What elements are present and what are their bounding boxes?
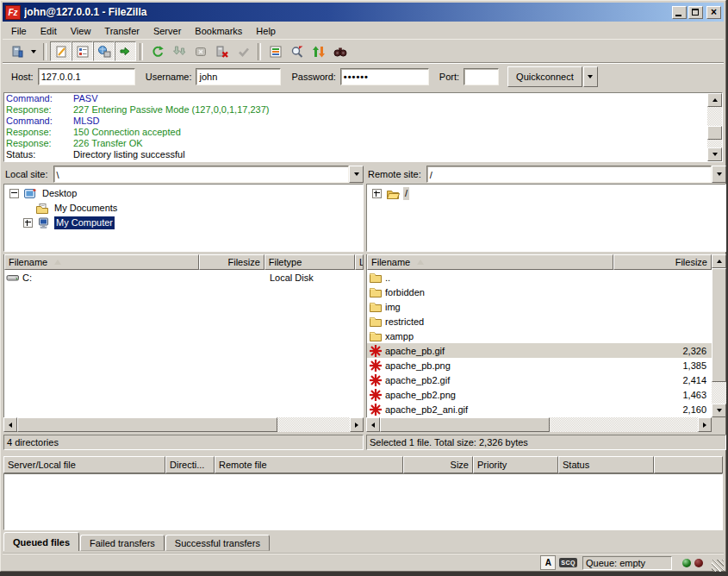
scroll-right-button[interactable] [350, 417, 364, 432]
local-site-dropdown[interactable] [349, 166, 364, 183]
folder-row[interactable]: img [367, 299, 712, 314]
file-row-selected[interactable]: apache_pb.gif2,326 [367, 343, 712, 358]
tree-item-label[interactable]: My Documents [53, 202, 119, 215]
tree-item-label[interactable]: / [403, 187, 409, 200]
titlebar[interactable]: Fz john@127.0.0.1 - FileZilla × [3, 3, 724, 22]
scroll-thumb[interactable] [17, 417, 277, 432]
folder-row[interactable]: xampp [367, 329, 712, 343]
expand-icon[interactable] [23, 218, 33, 228]
tree-item-my-documents[interactable]: My Documents [4, 201, 363, 216]
tab-queued-files[interactable]: Queued files [3, 532, 79, 551]
filter-button[interactable] [264, 41, 286, 61]
local-site-value[interactable]: \ [53, 166, 349, 183]
resize-grip[interactable] [712, 560, 724, 572]
scroll-track[interactable] [712, 268, 726, 404]
column-header-filename[interactable]: Filename [4, 254, 199, 270]
menu-edit[interactable]: Edit [34, 24, 64, 38]
column-header-lastmodified[interactable]: L [355, 254, 364, 270]
menu-file[interactable]: File [4, 24, 34, 38]
folder-row[interactable]: .. [367, 270, 712, 285]
synchronized-browsing-button[interactable] [329, 41, 351, 61]
host-input[interactable]: 127.0.0.1 [38, 68, 135, 85]
remote-vscrollbar[interactable] [712, 254, 726, 417]
tab-failed-transfers[interactable]: Failed transfers [80, 535, 165, 551]
process-queue-button[interactable] [168, 41, 190, 61]
scroll-down-button[interactable] [712, 404, 726, 417]
file-row[interactable]: apache_pb2.png1,463 [367, 387, 712, 402]
scroll-up-button[interactable] [712, 254, 726, 268]
cancel-button[interactable] [190, 41, 211, 61]
column-header-direction[interactable]: Directi... [165, 456, 215, 473]
column-header-server-local-file[interactable]: Server/Local file [3, 456, 165, 473]
scroll-thumb[interactable] [380, 417, 550, 432]
file-row[interactable]: apache_pb2.gif2,414 [367, 373, 712, 387]
speed-limit-badge-icon[interactable]: SCQ [559, 558, 577, 567]
close-button[interactable]: × [706, 6, 721, 19]
tree-item-my-computer[interactable]: My Computer [4, 216, 363, 230]
search-button[interactable] [286, 41, 308, 61]
column-header-size[interactable]: Size [403, 456, 473, 473]
folder-row[interactable]: forbidden [367, 285, 712, 299]
username-input[interactable]: john [196, 68, 281, 85]
scroll-left-button[interactable] [3, 417, 17, 432]
scroll-down-button[interactable] [707, 147, 722, 161]
maximize-button[interactable] [688, 6, 703, 19]
toggle-queue-button[interactable] [115, 41, 136, 61]
scroll-track[interactable] [17, 417, 350, 432]
tree-item-root[interactable]: / [367, 186, 725, 201]
menu-server[interactable]: Server [146, 24, 188, 38]
menu-bookmarks[interactable]: Bookmarks [188, 24, 249, 38]
local-hscrollbar[interactable] [3, 417, 364, 432]
menu-view[interactable]: View [64, 24, 98, 38]
toggle-local-tree-button[interactable] [72, 41, 93, 61]
minimize-button[interactable] [672, 6, 687, 19]
column-header-status[interactable]: Status [558, 456, 654, 473]
site-manager-dropdown[interactable] [28, 41, 40, 61]
menu-help[interactable]: Help [249, 24, 283, 38]
image-file-icon [369, 403, 383, 416]
folder-row[interactable]: restricted [367, 314, 712, 329]
quickconnect-dropdown[interactable] [583, 66, 598, 87]
local-site-combo[interactable]: \ [53, 166, 364, 183]
toggle-log-button[interactable] [50, 41, 72, 61]
queue-body[interactable] [3, 473, 723, 530]
expand-icon[interactable] [372, 189, 382, 198]
scroll-left-button[interactable] [366, 417, 380, 432]
password-input[interactable]: •••••• [340, 68, 429, 85]
tree-item-label[interactable]: Desktop [40, 187, 78, 200]
log-scrollbar[interactable] [707, 93, 722, 161]
file-row-local-disk[interactable]: C: Local Disk [4, 270, 364, 285]
scroll-right-button[interactable] [698, 417, 712, 432]
compare-button[interactable] [308, 41, 329, 61]
quickconnect-button[interactable]: Quickconnect [507, 66, 582, 87]
column-header-remote-file[interactable]: Remote file [215, 456, 403, 473]
column-header-filesize[interactable]: Filesize [199, 254, 264, 270]
remote-site-combo[interactable]: / [426, 166, 726, 183]
refresh-button[interactable] [146, 41, 168, 61]
remote-hscrollbar[interactable] [366, 417, 712, 432]
file-row[interactable]: apache_pb.png1,385 [367, 358, 712, 373]
transfer-type-icon[interactable]: A [540, 555, 556, 570]
remote-site-value[interactable]: / [426, 166, 712, 183]
column-header-filename[interactable]: Filename [367, 254, 613, 270]
scroll-thumb[interactable] [712, 268, 726, 382]
column-header-filetype[interactable]: Filetype [264, 254, 355, 270]
scroll-track[interactable] [380, 417, 698, 432]
reconnect-button[interactable] [233, 41, 254, 61]
tree-item-desktop[interactable]: Desktop [4, 186, 363, 201]
site-manager-button[interactable] [6, 41, 28, 61]
port-input[interactable] [464, 68, 499, 85]
menu-transfer[interactable]: Transfer [97, 24, 146, 38]
tab-successful-transfers[interactable]: Successful transfers [165, 535, 270, 551]
scroll-track[interactable] [707, 107, 722, 147]
file-row[interactable]: apache_pb2_ani.gif2,160 [367, 402, 712, 416]
column-header-priority[interactable]: Priority [473, 456, 558, 473]
column-header-filesize[interactable]: Filesize [613, 254, 712, 270]
disconnect-button[interactable] [211, 41, 233, 61]
tree-item-label[interactable]: My Computer [54, 216, 115, 229]
toggle-remote-tree-button[interactable] [93, 41, 115, 61]
remote-site-dropdown[interactable] [712, 166, 726, 183]
scroll-thumb[interactable] [707, 126, 722, 140]
scroll-up-button[interactable] [707, 93, 722, 107]
collapse-icon[interactable] [9, 189, 19, 198]
